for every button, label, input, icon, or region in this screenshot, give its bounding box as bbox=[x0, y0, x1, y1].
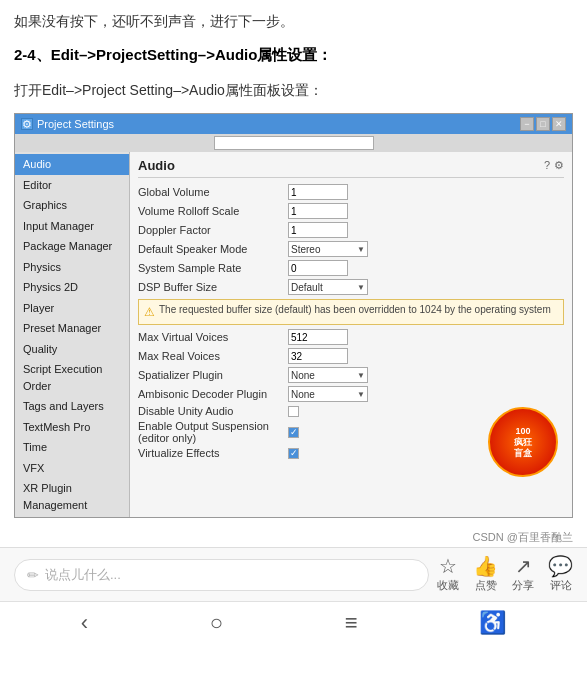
help-icon[interactable]: ? bbox=[544, 159, 550, 172]
promo-badge: 100疯狂盲盒 bbox=[488, 407, 558, 477]
row-label: Global Volume bbox=[138, 186, 288, 198]
share-label: 分享 bbox=[512, 578, 534, 593]
sidebar-item-xr-plugin-management[interactable]: XR Plugin Management bbox=[15, 478, 129, 515]
row-label: Ambisonic Decoder Plugin bbox=[138, 388, 288, 400]
titlebar-icon: ⚙ bbox=[21, 118, 33, 130]
favorite-button[interactable]: ☆ 收藏 bbox=[437, 556, 459, 593]
row-value bbox=[288, 260, 564, 276]
row-label: Doppler Factor bbox=[138, 224, 288, 236]
sidebar-item-package-manager[interactable]: Package Manager bbox=[15, 236, 129, 257]
accessibility-button[interactable]: ♿ bbox=[479, 610, 506, 636]
search-input[interactable] bbox=[214, 136, 374, 150]
row-checkbox[interactable] bbox=[288, 406, 299, 417]
comment-icon: 💬 bbox=[548, 556, 573, 576]
titlebar-controls: − □ ✕ bbox=[520, 117, 566, 131]
row-value bbox=[288, 348, 564, 364]
row-value: Default▼ bbox=[288, 279, 564, 295]
row-value bbox=[288, 222, 564, 238]
settings-row: Default Speaker ModeStereo▼ bbox=[138, 241, 564, 257]
watermark: CSDN @百里香酏兰 bbox=[0, 528, 587, 547]
settings-row: Volume Rolloff Scale bbox=[138, 203, 564, 219]
minimize-button[interactable]: − bbox=[520, 117, 534, 131]
home-button[interactable]: ○ bbox=[210, 610, 223, 636]
action-buttons: ☆ 收藏 👍 点赞 ↗ 分享 💬 评论 bbox=[437, 556, 573, 593]
sidebar-item-physics-2d[interactable]: Physics 2D bbox=[15, 277, 129, 298]
sidebar-item-textmesh-pro[interactable]: TextMesh Pro bbox=[15, 417, 129, 438]
search-bar bbox=[15, 134, 572, 152]
sidebar-item-physics[interactable]: Physics bbox=[15, 257, 129, 278]
share-icon: ↗ bbox=[515, 556, 532, 576]
row-select[interactable]: None▼ bbox=[288, 386, 368, 402]
row-value bbox=[288, 329, 564, 345]
close-button[interactable]: ✕ bbox=[552, 117, 566, 131]
back-button[interactable]: ‹ bbox=[81, 610, 88, 636]
ps-body: AudioEditorGraphicsInput ManagerPackage … bbox=[15, 152, 572, 517]
row-input[interactable] bbox=[288, 184, 348, 200]
row-input[interactable] bbox=[288, 348, 348, 364]
row-label: Spatializer Plugin bbox=[138, 369, 288, 381]
settings-row: Doppler Factor bbox=[138, 222, 564, 238]
sidebar-item-quality[interactable]: Quality bbox=[15, 339, 129, 360]
row-select[interactable]: Stereo▼ bbox=[288, 241, 368, 257]
content-actions: ? ⚙ bbox=[544, 159, 564, 172]
comment-placeholder: 说点儿什么... bbox=[45, 566, 121, 584]
content-title: Audio bbox=[138, 158, 175, 173]
row-value bbox=[288, 184, 564, 200]
sidebar-item-script-execution-order[interactable]: Script Execution Order bbox=[15, 359, 129, 396]
section-desc: 打开Edit–>Project Setting–>Audio属性面板设置： bbox=[0, 73, 587, 109]
comment-input-area[interactable]: ✏ 说点儿什么... bbox=[14, 559, 429, 591]
row-label: Default Speaker Mode bbox=[138, 243, 288, 255]
sidebar-item-time[interactable]: Time bbox=[15, 437, 129, 458]
edit-icon: ✏ bbox=[27, 567, 39, 583]
content-header: Audio ? ⚙ bbox=[138, 158, 564, 178]
settings-row: Max Real Voices bbox=[138, 348, 564, 364]
row-checkbox[interactable]: ✓ bbox=[288, 448, 299, 459]
settings-row: DSP Buffer SizeDefault▼ bbox=[138, 279, 564, 295]
menu-button[interactable]: ≡ bbox=[345, 610, 358, 636]
titlebar-title: Project Settings bbox=[37, 118, 114, 130]
titlebar: ⚙ Project Settings − □ ✕ bbox=[15, 114, 572, 134]
like-label: 点赞 bbox=[475, 578, 497, 593]
sidebar-item-vfx[interactable]: VFX bbox=[15, 458, 129, 479]
warning-box: ⚠The requested buffer size (default) has… bbox=[138, 299, 564, 325]
action-bar: ✏ 说点儿什么... ☆ 收藏 👍 点赞 ↗ 分享 💬 评论 bbox=[0, 547, 587, 601]
settings-row: System Sample Rate bbox=[138, 260, 564, 276]
row-label: Enable Output Suspension (editor only) bbox=[138, 420, 288, 444]
sidebar-item-graphics[interactable]: Graphics bbox=[15, 195, 129, 216]
row-value: None▼ bbox=[288, 367, 564, 383]
warning-icon: ⚠ bbox=[144, 304, 155, 321]
sidebar-item-preset-manager[interactable]: Preset Manager bbox=[15, 318, 129, 339]
sidebar-item-editor[interactable]: Editor bbox=[15, 175, 129, 196]
sidebar-item-input-manager[interactable]: Input Manager bbox=[15, 216, 129, 237]
comment-label: 评论 bbox=[550, 578, 572, 593]
section-heading: 2-4、Edit–>ProjectSetting–>Audio属性设置： bbox=[0, 38, 587, 73]
settings-icon[interactable]: ⚙ bbox=[554, 159, 564, 172]
favorite-icon: ☆ bbox=[439, 556, 457, 576]
sidebar-item-audio[interactable]: Audio bbox=[15, 154, 129, 175]
row-select[interactable]: Default▼ bbox=[288, 279, 368, 295]
bottom-nav: ‹ ○ ≡ ♿ bbox=[0, 601, 587, 644]
row-label: Max Real Voices bbox=[138, 350, 288, 362]
row-input[interactable] bbox=[288, 222, 348, 238]
share-button[interactable]: ↗ 分享 bbox=[512, 556, 534, 593]
favorite-label: 收藏 bbox=[437, 578, 459, 593]
row-label: System Sample Rate bbox=[138, 262, 288, 274]
row-input[interactable] bbox=[288, 203, 348, 219]
settings-row: Global Volume bbox=[138, 184, 564, 200]
settings-row: Spatializer PluginNone▼ bbox=[138, 367, 564, 383]
row-label: DSP Buffer Size bbox=[138, 281, 288, 293]
restore-button[interactable]: □ bbox=[536, 117, 550, 131]
row-label: Volume Rolloff Scale bbox=[138, 205, 288, 217]
row-value bbox=[288, 203, 564, 219]
row-value: Stereo▼ bbox=[288, 241, 564, 257]
titlebar-left: ⚙ Project Settings bbox=[21, 118, 114, 130]
like-button[interactable]: 👍 点赞 bbox=[473, 556, 498, 593]
row-input[interactable] bbox=[288, 260, 348, 276]
row-input[interactable] bbox=[288, 329, 348, 345]
comment-button[interactable]: 💬 评论 bbox=[548, 556, 573, 593]
article-intro: 如果没有按下，还听不到声音，进行下一步。 bbox=[0, 0, 587, 38]
sidebar-item-tags-and-layers[interactable]: Tags and Layers bbox=[15, 396, 129, 417]
row-select[interactable]: None▼ bbox=[288, 367, 368, 383]
row-checkbox[interactable]: ✓ bbox=[288, 427, 299, 438]
sidebar-item-player[interactable]: Player bbox=[15, 298, 129, 319]
